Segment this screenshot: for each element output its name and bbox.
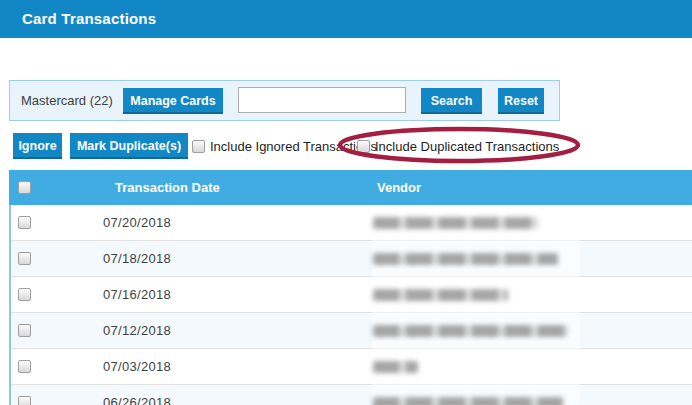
mark-duplicates-button[interactable]: Mark Duplicate(s) (70, 133, 188, 159)
table-row: 07/03/2018 (11, 349, 692, 385)
include-duplicated-checkbox[interactable] (357, 140, 370, 153)
card-transactions-page: Card Transactions Mastercard (22) Manage… (0, 0, 692, 405)
transaction-date-cell: 07/12/2018 (103, 313, 171, 348)
vendor-redacted-cell (373, 217, 538, 229)
card-type-count-label: Mastercard (22) (21, 81, 113, 120)
transaction-date-cell: 06/26/2018 (103, 385, 171, 405)
row-checkbox[interactable] (18, 216, 31, 229)
table-row: 07/12/2018 (11, 313, 692, 349)
reset-button[interactable]: Reset (498, 88, 544, 114)
vendor-redacted-cell (373, 253, 558, 265)
vendor-redacted-cell (373, 325, 568, 337)
row-checkbox[interactable] (18, 396, 31, 405)
include-ignored-label[interactable]: Include Ignored Transactions (210, 140, 377, 154)
table-header-row: Transaction Date Vendor (9, 170, 692, 205)
transaction-date-cell: 07/16/2018 (103, 277, 171, 312)
row-checkbox[interactable] (18, 324, 31, 337)
transaction-date-cell: 07/20/2018 (103, 205, 171, 240)
column-header-transaction-date[interactable]: Transaction Date (115, 170, 220, 205)
table-row: 07/16/2018 (11, 277, 692, 313)
row-checkbox[interactable] (18, 360, 31, 373)
manage-cards-button[interactable]: Manage Cards (123, 88, 223, 114)
table-row: 06/26/2018 (11, 385, 692, 405)
column-header-vendor[interactable]: Vendor (377, 170, 421, 205)
table-body: 07/20/2018 07/18/2018 07/16/2018 07/12/2… (9, 205, 692, 405)
vendor-redacted-cell (373, 289, 508, 301)
page-header: Card Transactions (0, 0, 692, 38)
filter-panel: Mastercard (22) Manage Cards Search Rese… (9, 80, 560, 121)
select-all-checkbox[interactable] (18, 181, 31, 194)
search-input[interactable] (238, 87, 406, 113)
table-row: 07/18/2018 (11, 241, 692, 277)
include-ignored-checkbox[interactable] (192, 140, 205, 153)
search-button[interactable]: Search (421, 88, 482, 114)
transaction-date-cell: 07/18/2018 (103, 241, 171, 276)
vendor-redacted-cell (373, 361, 418, 373)
vendor-redacted-cell (373, 397, 563, 405)
ignore-button[interactable]: Ignore (13, 133, 62, 159)
row-checkbox[interactable] (18, 252, 31, 265)
row-checkbox[interactable] (18, 288, 31, 301)
table-row: 07/20/2018 (11, 205, 692, 241)
transaction-date-cell: 07/03/2018 (103, 349, 171, 384)
include-duplicated-label[interactable]: Include Duplicated Transactions (375, 140, 559, 154)
page-title: Card Transactions (22, 0, 156, 38)
transactions-table: Transaction Date Vendor 07/20/2018 07/18… (9, 170, 692, 405)
